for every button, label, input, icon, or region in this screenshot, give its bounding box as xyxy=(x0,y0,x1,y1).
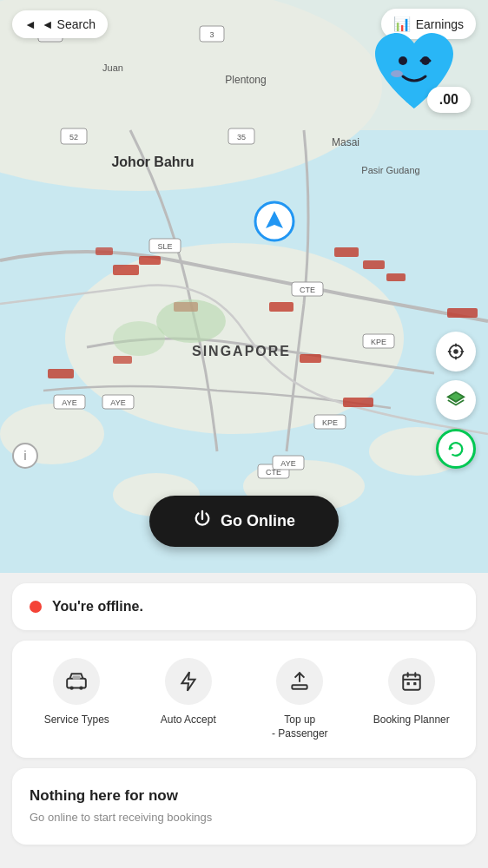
offline-text: You're offline. xyxy=(52,599,143,615)
svg-point-67 xyxy=(70,686,74,689)
service-types-item[interactable]: Service Types xyxy=(37,658,115,727)
svg-rect-33 xyxy=(139,256,161,265)
svg-rect-34 xyxy=(96,247,113,255)
quick-actions-card: Service Types Auto Accept Top up- Passen… xyxy=(12,641,476,758)
svg-rect-43 xyxy=(48,369,74,378)
go-online-button[interactable]: Go Online xyxy=(149,496,339,547)
booking-planner-item[interactable]: Booking Planner xyxy=(373,658,451,727)
layers-button[interactable] xyxy=(436,380,476,420)
nothing-title: Nothing here for now xyxy=(30,787,458,805)
booking-planner-label: Booking Planner xyxy=(373,713,450,727)
top-up-icon-wrap xyxy=(276,658,323,705)
svg-rect-40 xyxy=(447,308,478,318)
top-up-label: Top up- Passenger xyxy=(272,713,328,740)
car-icon xyxy=(65,670,88,693)
auto-accept-icon-wrap xyxy=(165,658,212,705)
booking-planner-icon-wrap xyxy=(388,658,435,705)
svg-rect-69 xyxy=(73,676,81,680)
svg-rect-42 xyxy=(300,354,321,363)
calendar-icon xyxy=(400,670,423,693)
svg-text:CTE: CTE xyxy=(300,286,315,294)
service-types-icon-wrap xyxy=(53,658,100,705)
svg-rect-66 xyxy=(67,679,86,688)
map-container: SLE CTE CTE KPE KPE AYE AYE AYE E2 3 xyxy=(0,0,488,573)
svg-rect-32 xyxy=(113,265,139,275)
top-up-passenger-item[interactable]: Top up- Passenger xyxy=(260,658,339,740)
refresh-button[interactable] xyxy=(436,429,476,469)
location-target-button[interactable] xyxy=(436,332,476,372)
back-arrow-icon: ◄ xyxy=(24,17,36,31)
svg-marker-65 xyxy=(450,445,454,450)
svg-text:Pasir Gudang: Pasir Gudang xyxy=(361,165,419,175)
nothing-subtitle: Go online to start receiving bookings xyxy=(30,810,458,825)
svg-rect-37 xyxy=(334,247,359,257)
svg-text:52: 52 xyxy=(69,133,78,141)
power-icon xyxy=(193,510,212,533)
bottom-panel: You're offline. Service Types xyxy=(0,573,488,855)
svg-rect-39 xyxy=(386,273,406,281)
upload-icon xyxy=(288,670,311,693)
svg-point-55 xyxy=(399,56,407,65)
svg-rect-36 xyxy=(269,302,293,312)
svg-rect-71 xyxy=(293,685,307,688)
svg-point-59 xyxy=(453,349,458,354)
svg-text:KPE: KPE xyxy=(371,338,386,346)
price-badge: .00 xyxy=(427,87,471,113)
svg-point-51 xyxy=(156,299,226,343)
search-back-button[interactable]: ◄ ◄ Search xyxy=(12,10,108,38)
svg-rect-41 xyxy=(343,398,373,407)
svg-point-57 xyxy=(391,70,403,77)
offline-indicator xyxy=(30,601,42,613)
map-controls xyxy=(436,332,476,469)
svg-text:SLE: SLE xyxy=(157,242,172,251)
go-online-label: Go Online xyxy=(221,512,295,530)
svg-text:AYE: AYE xyxy=(62,398,76,407)
svg-marker-70 xyxy=(181,672,195,691)
svg-point-52 xyxy=(113,321,165,356)
svg-text:AYE: AYE xyxy=(110,398,125,407)
svg-rect-74 xyxy=(413,682,416,685)
lightning-icon xyxy=(177,670,200,693)
svg-marker-64 xyxy=(448,392,464,402)
svg-rect-72 xyxy=(403,674,420,689)
info-button[interactable]: i xyxy=(12,443,38,469)
svg-text:Johor Bahru: Johor Bahru xyxy=(111,155,194,169)
auto-accept-label: Auto Accept xyxy=(161,713,216,727)
search-label: ◄ Search xyxy=(42,17,96,31)
svg-rect-73 xyxy=(406,682,409,685)
auto-accept-item[interactable]: Auto Accept xyxy=(149,658,228,727)
price-value: .00 xyxy=(439,92,458,107)
svg-point-68 xyxy=(80,686,83,689)
service-types-label: Service Types xyxy=(44,713,109,727)
svg-text:AYE: AYE xyxy=(280,459,295,468)
svg-text:KPE: KPE xyxy=(322,418,338,427)
svg-text:Plentong: Plentong xyxy=(225,74,266,86)
svg-rect-38 xyxy=(363,260,385,269)
svg-text:SINGAPORE: SINGAPORE xyxy=(192,344,291,358)
svg-text:Masai: Masai xyxy=(332,136,359,148)
svg-rect-44 xyxy=(113,356,132,364)
nothing-here-card: Nothing here for now Go online to start … xyxy=(12,768,476,845)
offline-status-card: You're offline. xyxy=(12,583,476,630)
svg-text:Juan: Juan xyxy=(102,62,123,73)
svg-text:35: 35 xyxy=(237,133,246,141)
